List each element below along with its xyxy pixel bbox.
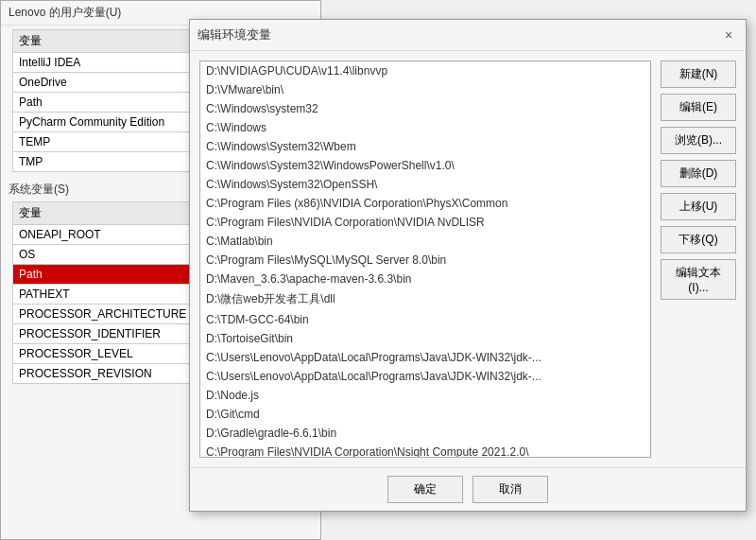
list-item[interactable]: C:\Windows\System32\Wbem [200,137,650,156]
action-buttons: 新建(N) 编辑(E) 浏览(B)... 删除(D) 上移(U) 下移(Q) 编… [661,61,736,458]
new-button[interactable]: 新建(N) [661,61,736,88]
list-item[interactable]: C:\Users\Lenovo\AppData\Local\Programs\J… [200,348,650,367]
list-item[interactable]: C:\Windows [200,118,650,137]
delete-button[interactable]: 删除(D) [661,160,736,187]
browse-button[interactable]: 浏览(B)... [661,127,736,154]
list-item[interactable]: D:\Maven_3.6.3\apache-maven-3.6.3\bin [200,270,650,288]
modal-body: D:\NVIDIAGPU\CUDA\v11.4\libnvvpD:\VMware… [190,51,746,467]
list-item[interactable]: C:\Program Files (x86)\NVIDIA Corporatio… [200,194,650,213]
edit-text-button[interactable]: 编辑文本(I)... [661,259,736,300]
list-item[interactable]: D:\Git\cmd [200,405,650,424]
list-item[interactable]: D:\NVIDIAGPU\CUDA\v11.4\libnvvp [200,61,650,80]
list-item[interactable]: C:\TDM-GCC-64\bin [200,310,650,329]
modal-close-button[interactable]: × [719,26,738,44]
list-item[interactable]: C:\Program Files\NVIDIA Corporation\Nsig… [200,443,650,458]
path-list[interactable]: D:\NVIDIAGPU\CUDA\v11.4\libnvvpD:\VMware… [199,61,651,458]
list-item[interactable]: C:\Windows\system32 [200,99,650,118]
list-item[interactable]: C:\Matlab\bin [200,232,650,251]
list-item[interactable]: C:\Windows\System32\OpenSSH\ [200,175,650,194]
move-up-button[interactable]: 上移(U) [661,193,736,220]
edit-button[interactable]: 编辑(E) [661,94,736,121]
move-down-button[interactable]: 下移(Q) [661,226,736,253]
list-item[interactable]: C:\Users\Lenovo\AppData\Local\Programs\J… [200,367,650,386]
cancel-button[interactable]: 取消 [472,476,548,503]
list-item[interactable]: D:\Node.js [200,386,650,405]
list-item[interactable]: D:\微信web开发者工具\dll [200,288,650,310]
list-item[interactable]: D:\Gradle\gradle-6.6.1\bin [200,424,650,443]
list-item[interactable]: C:\Program Files\MySQL\MySQL Server 8.0\… [200,251,650,270]
modal-footer: 确定 取消 [190,467,746,511]
edit-env-modal: 编辑环境变量 × D:\NVIDIAGPU\CUDA\v11.4\libnvvp… [189,19,747,512]
list-item[interactable]: C:\Program Files\NVIDIA Corporation\NVID… [200,213,650,232]
list-item[interactable]: D:\TortoiseGit\bin [200,329,650,348]
modal-titlebar: 编辑环境变量 × [190,20,746,51]
modal-overlay: 编辑环境变量 × D:\NVIDIAGPU\CUDA\v11.4\libnvvp… [0,0,756,540]
ok-button[interactable]: 确定 [387,476,463,503]
modal-title: 编辑环境变量 [198,26,271,44]
list-item[interactable]: C:\Windows\System32\WindowsPowerShell\v1… [200,156,650,175]
list-item[interactable]: D:\VMware\bin\ [200,80,650,99]
